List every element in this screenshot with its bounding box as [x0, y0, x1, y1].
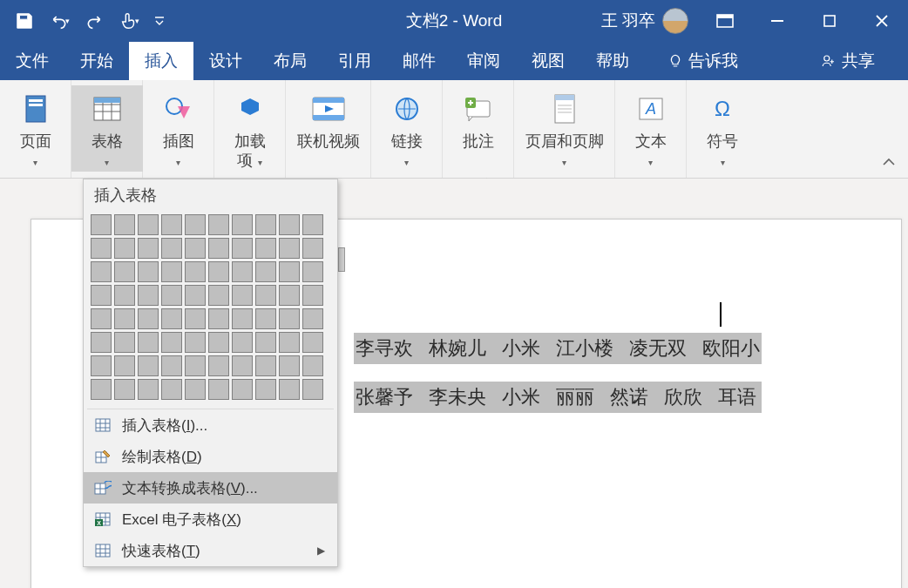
close-button[interactable]	[856, 0, 908, 42]
grid-cell[interactable]	[208, 308, 229, 329]
grid-cell[interactable]	[232, 379, 253, 400]
grid-cell[interactable]	[185, 285, 206, 306]
grid-cell[interactable]	[138, 379, 159, 400]
grid-cell[interactable]	[208, 238, 229, 259]
menu-excel-table[interactable]: X Excel 电子表格(X)	[84, 504, 337, 535]
grid-cell[interactable]	[279, 355, 300, 376]
grid-cell[interactable]	[255, 379, 276, 400]
grid-cell[interactable]	[255, 214, 276, 235]
grid-cell[interactable]	[138, 308, 159, 329]
grid-cell[interactable]	[114, 238, 135, 259]
grid-cell[interactable]	[302, 308, 323, 329]
grid-cell[interactable]	[161, 285, 182, 306]
grid-cell[interactable]	[114, 285, 135, 306]
grid-cell[interactable]	[302, 332, 323, 353]
grid-cell[interactable]	[138, 332, 159, 353]
grid-cell[interactable]	[161, 308, 182, 329]
grid-cell[interactable]	[208, 355, 229, 376]
online-video-button[interactable]: 联机视频	[286, 85, 371, 153]
avatar[interactable]	[662, 8, 688, 34]
grid-cell[interactable]	[232, 308, 253, 329]
tab-design[interactable]: 设计	[193, 42, 258, 80]
comment-button[interactable]: 批注	[443, 85, 514, 153]
grid-cell[interactable]	[302, 379, 323, 400]
grid-cell[interactable]	[232, 214, 253, 235]
grid-cell[interactable]	[279, 238, 300, 259]
grid-cell[interactable]	[91, 261, 112, 282]
grid-cell[interactable]	[138, 214, 159, 235]
headerfooter-button[interactable]: 页眉和页脚▾	[514, 85, 615, 172]
grid-cell[interactable]	[138, 238, 159, 259]
touch-mode-button[interactable]: ▾	[112, 0, 146, 42]
grid-cell[interactable]	[185, 261, 206, 282]
grid-cell[interactable]	[91, 238, 112, 259]
grid-cell[interactable]	[138, 355, 159, 376]
grid-cell[interactable]	[279, 308, 300, 329]
tab-references[interactable]: 引用	[322, 42, 387, 80]
redo-button[interactable]	[77, 0, 112, 42]
tab-home[interactable]: 开始	[64, 42, 129, 80]
grid-cell[interactable]	[91, 214, 112, 235]
grid-cell[interactable]	[161, 238, 182, 259]
grid-cell[interactable]	[279, 379, 300, 400]
grid-cell[interactable]	[161, 379, 182, 400]
menu-draw-table[interactable]: 绘制表格(D)	[84, 441, 337, 472]
grid-cell[interactable]	[185, 379, 206, 400]
grid-cell[interactable]	[91, 308, 112, 329]
grid-cell[interactable]	[255, 238, 276, 259]
grid-cell[interactable]	[208, 379, 229, 400]
grid-cell[interactable]	[302, 261, 323, 282]
tab-layout[interactable]: 布局	[258, 42, 322, 80]
undo-button[interactable]: ▾	[42, 0, 77, 42]
grid-cell[interactable]	[91, 285, 112, 306]
grid-cell[interactable]	[161, 214, 182, 235]
grid-cell[interactable]	[161, 261, 182, 282]
grid-cell[interactable]	[138, 285, 159, 306]
grid-cell[interactable]	[255, 261, 276, 282]
selected-text[interactable]: 李寻欢 林婉儿 小米 江小楼 凌无双 欧阳小 张馨予 李未央 小米 丽丽 然诺 …	[354, 333, 762, 430]
grid-cell[interactable]	[91, 379, 112, 400]
grid-cell[interactable]	[255, 355, 276, 376]
grid-cell[interactable]	[232, 261, 253, 282]
grid-cell[interactable]	[161, 332, 182, 353]
grid-cell[interactable]	[185, 355, 206, 376]
grid-cell[interactable]	[185, 238, 206, 259]
grid-cell[interactable]	[279, 332, 300, 353]
grid-cell[interactable]	[114, 332, 135, 353]
minimize-button[interactable]	[751, 0, 803, 42]
grid-cell[interactable]	[302, 285, 323, 306]
grid-cell[interactable]	[91, 355, 112, 376]
text-button[interactable]: A 文本▾	[615, 85, 687, 172]
grid-cell[interactable]	[185, 214, 206, 235]
grid-cell[interactable]	[208, 285, 229, 306]
grid-cell[interactable]	[138, 261, 159, 282]
table-button[interactable]: 表格▾	[71, 85, 143, 172]
pages-button[interactable]: 页面▾	[0, 85, 71, 172]
grid-cell[interactable]	[232, 332, 253, 353]
grid-cell[interactable]	[114, 308, 135, 329]
grid-cell[interactable]	[232, 285, 253, 306]
grid-cell[interactable]	[91, 332, 112, 353]
addins-button[interactable]: 加载 项 ▾	[214, 85, 286, 172]
illustrations-button[interactable]: 插图▾	[143, 85, 214, 172]
grid-cell[interactable]	[232, 238, 253, 259]
menu-text-to-table[interactable]: 文本转换成表格(V)...	[84, 472, 337, 504]
grid-cell[interactable]	[302, 355, 323, 376]
grid-cell[interactable]	[255, 285, 276, 306]
symbols-button[interactable]: Ω 符号▾	[687, 85, 758, 172]
grid-cell[interactable]	[114, 261, 135, 282]
tab-insert[interactable]: 插入	[129, 42, 193, 80]
save-button[interactable]	[7, 0, 42, 42]
grid-cell[interactable]	[161, 355, 182, 376]
maximize-button[interactable]	[803, 0, 856, 42]
tab-review[interactable]: 审阅	[451, 42, 516, 80]
tab-file[interactable]: 文件	[0, 42, 64, 80]
grid-cell[interactable]	[279, 285, 300, 306]
grid-cell[interactable]	[255, 308, 276, 329]
grid-cell[interactable]	[185, 308, 206, 329]
tab-share[interactable]: 共享	[805, 42, 891, 80]
grid-cell[interactable]	[279, 214, 300, 235]
tab-view[interactable]: 视图	[516, 42, 580, 80]
grid-cell[interactable]	[185, 332, 206, 353]
table-size-grid[interactable]	[84, 211, 337, 409]
